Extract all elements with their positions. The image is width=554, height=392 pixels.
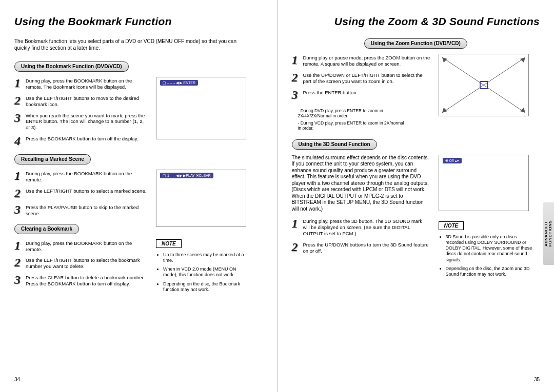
osd-text: ▢ 1 – – ◀ ▶ ▶PLAY ✖CLEAR bbox=[160, 173, 213, 178]
manual-spread: Using the Bookmark Function The Bookmark… bbox=[0, 0, 554, 392]
svg-marker-5 bbox=[520, 108, 525, 113]
page-number: 35 bbox=[534, 377, 540, 383]
svg-marker-4 bbox=[442, 108, 447, 113]
screen-preview-3dsound: ❋ Off ▴▾ bbox=[439, 155, 529, 211]
section-pill: Using the Zoom Function (DVD/VCD) bbox=[364, 38, 467, 49]
section-pill: Clearing a Bookmark bbox=[14, 224, 79, 234]
note-label: NOTE bbox=[439, 221, 464, 230]
subnote: During VCD play, press ENTER to zoom in … bbox=[292, 120, 406, 131]
screen-preview: ▢ 1 – – ◀ ▶ ▶PLAY ✖CLEAR bbox=[156, 170, 246, 227]
section-pill: Using the 3D Sound Function bbox=[292, 139, 377, 150]
note-item: 3D Sound is possible only on discs recor… bbox=[446, 234, 533, 263]
screen-preview-zoom bbox=[439, 54, 529, 116]
step-list: 1During play, press the BOOKMARK button … bbox=[14, 77, 148, 147]
section-pill: Using the Bookmark Function (DVD/VCD) bbox=[14, 61, 129, 72]
svg-marker-2 bbox=[442, 57, 447, 63]
note-label: NOTE bbox=[156, 239, 182, 248]
note-item: Up to three scenes may be marked at a ti… bbox=[163, 252, 250, 264]
chapter-tab: ADVANCED FUNCTIONS bbox=[543, 202, 554, 265]
page-right: Using the Zoom & 3D Sound Functions Usin… bbox=[278, 0, 555, 392]
step-text: During play, press the BOOKMARK button o… bbox=[26, 77, 148, 90]
note-item: Depending on the disc, the Zoom and 3D S… bbox=[446, 266, 533, 278]
note-list: Up to three scenes may be marked at a ti… bbox=[156, 252, 250, 293]
screen-preview: ▢ – – – ◀ ▶ ENTER bbox=[156, 77, 246, 139]
section-intro: The simulated surround effect depends on… bbox=[292, 155, 430, 213]
page-title: Using the Zoom & 3D Sound Functions bbox=[292, 15, 540, 27]
svg-marker-3 bbox=[520, 57, 525, 63]
note-item: Depending on the disc, the Bookmark func… bbox=[163, 281, 250, 293]
osd-text: ▢ – – – ◀ ▶ ENTER bbox=[160, 80, 198, 86]
section-pill: Recalling a Marked Scene bbox=[14, 154, 91, 164]
step-number: 1 bbox=[14, 77, 26, 90]
note-item: When in VCD 2.0 mode (MENU ON mode), thi… bbox=[163, 266, 250, 278]
page-number: 34 bbox=[14, 377, 20, 383]
section-body: 1During play, press the BOOKMARK button … bbox=[14, 77, 263, 154]
osd-text: ❋ Off ▴▾ bbox=[443, 158, 462, 163]
note-list: 3D Sound is possible only on discs recor… bbox=[439, 234, 533, 278]
intro-text: The Bookmark function lets you select pa… bbox=[14, 38, 253, 51]
subnote: During DVD play, press ENTER to zoom in … bbox=[292, 108, 406, 119]
page-left: Using the Bookmark Function The Bookmark… bbox=[0, 0, 277, 392]
page-title: Using the Bookmark Function bbox=[14, 15, 263, 27]
